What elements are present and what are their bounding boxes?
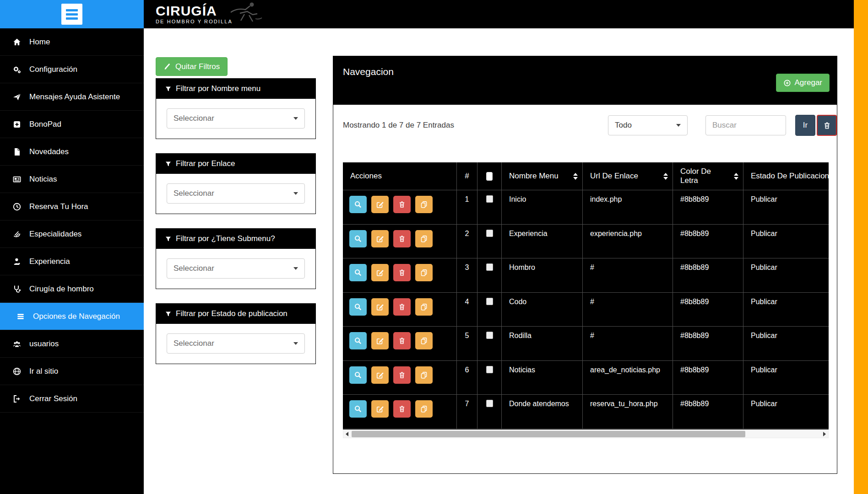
scroll-left-arrow[interactable] — [343, 430, 351, 438]
table-row: 7 Donde atendemos reserva_tu_hora.php #8… — [343, 395, 829, 429]
column-url-enlace[interactable]: Url De Enlace — [583, 162, 673, 190]
sidebar-item-opciones-de-navegacion[interactable]: Opciones de Navegación — [0, 303, 144, 330]
edit-button[interactable] — [371, 366, 389, 384]
column-select-all — [477, 162, 502, 190]
copy-icon — [420, 405, 428, 413]
filter-panel-tiene-submenu: Filtrar por ¿Tiene Submenu? Seleccionar — [156, 228, 316, 289]
view-button[interactable] — [349, 230, 367, 247]
row-checkbox[interactable] — [486, 195, 493, 203]
edit-button[interactable] — [371, 400, 389, 418]
horizontal-scrollbar[interactable] — [343, 430, 829, 438]
view-button[interactable] — [349, 366, 367, 384]
copy-button[interactable] — [415, 400, 433, 418]
sidebar-item-mensajes-ayuda-asistente[interactable]: Mensajes Ayuda Asistente — [0, 83, 144, 111]
runner-logo-graphic — [226, 0, 266, 24]
sidebar-item-usuarios[interactable]: usuarios — [0, 330, 144, 358]
cell-estado-publicacion: Publicar — [743, 190, 829, 224]
view-button[interactable] — [349, 264, 367, 281]
select-value: Seleccionar — [174, 264, 214, 273]
copy-icon — [420, 337, 428, 345]
copy-button[interactable] — [415, 332, 433, 349]
column-estado-publicacion[interactable]: Estado De Publicacion — [743, 162, 829, 190]
edit-button[interactable] — [371, 264, 389, 281]
scroll-right-arrow[interactable] — [821, 430, 828, 438]
copy-button[interactable] — [415, 264, 433, 281]
edit-button[interactable] — [371, 230, 389, 247]
sidebar-item-configuracion[interactable]: Configuración — [0, 56, 144, 83]
stethoscope-icon — [12, 285, 22, 294]
row-checkbox[interactable] — [486, 332, 493, 339]
delete-button[interactable] — [393, 400, 411, 418]
trash-icon — [398, 235, 406, 243]
copy-button[interactable] — [415, 298, 433, 316]
filter-enlace-select[interactable]: Seleccionar — [167, 183, 305, 204]
edit-icon — [376, 200, 384, 209]
caret-down-icon — [293, 117, 298, 120]
view-button[interactable] — [349, 400, 367, 418]
sidebar-item-experiencia[interactable]: Experiencia — [0, 248, 144, 275]
sidebar-item-home[interactable]: Home — [0, 28, 144, 56]
topbar: CIRUGÍA DE HOMBRO Y RODILLA — [144, 0, 854, 28]
column-nombre-menu[interactable]: Nombre Menu — [502, 162, 583, 190]
users-icon — [12, 339, 22, 349]
column-color-letra[interactable]: Color De Letra — [673, 162, 743, 190]
menu-toggle-button[interactable] — [61, 4, 82, 25]
row-checkbox[interactable] — [486, 400, 493, 407]
edit-button[interactable] — [371, 332, 389, 349]
filter-panel-header: Filtrar por ¿Tiene Submenu? — [156, 229, 315, 249]
sidebar-item-reserva-tu-hora[interactable]: Reserva Tu Hora — [0, 193, 144, 220]
copy-button[interactable] — [415, 230, 433, 247]
newspaper-icon — [12, 175, 22, 184]
row-checkbox[interactable] — [486, 263, 493, 271]
add-button[interactable]: Agregar — [776, 74, 830, 92]
copy-button[interactable] — [415, 366, 433, 384]
table-row: 1 Inicio index.php #8b8b89 Publicar — [343, 190, 829, 225]
sidebar-item-cerrar-sesion[interactable]: Cerrar Sesión — [0, 385, 144, 413]
sidebar-item-noticias[interactable]: Noticias — [0, 166, 144, 193]
bulk-delete-button[interactable] — [817, 115, 837, 136]
doctor-icon — [12, 257, 22, 266]
trash-icon — [398, 303, 406, 311]
view-button[interactable] — [349, 332, 367, 349]
filter-estado-publicacion-select[interactable]: Seleccionar — [167, 333, 305, 354]
delete-button[interactable] — [393, 332, 411, 349]
copy-button[interactable] — [415, 196, 433, 213]
delete-button[interactable] — [393, 196, 411, 213]
sidebar-item-novedades[interactable]: Novedades — [0, 138, 144, 166]
copy-icon — [420, 268, 428, 277]
sidebar-item-cirugia-de-hombro[interactable]: Cirugía de hombro — [0, 275, 144, 303]
sidebar-item-especialidades[interactable]: Especialidades — [0, 220, 144, 248]
delete-button[interactable] — [393, 298, 411, 316]
edit-button[interactable] — [371, 196, 389, 213]
delete-button[interactable] — [393, 366, 411, 384]
page-title: Navegacion — [343, 66, 394, 77]
delete-button[interactable] — [393, 230, 411, 247]
delete-button[interactable] — [393, 264, 411, 281]
cell-nombre-menu: Rodilla — [502, 327, 583, 360]
table-row: 6 Noticias area_de_noticias.php #8b8b89 … — [343, 361, 829, 395]
edit-button[interactable] — [371, 298, 389, 316]
view-button[interactable] — [349, 298, 367, 316]
view-button[interactable] — [349, 196, 367, 213]
select-all-checkbox[interactable] — [486, 172, 493, 181]
sidebar-item-label: Cirugía de hombro — [29, 285, 94, 294]
scrollbar-thumb[interactable] — [352, 431, 745, 437]
sidebar-item-bonopad[interactable]: BonoPad — [0, 111, 144, 138]
copy-icon — [420, 371, 428, 379]
sidebar-item-ir-al-sitio[interactable]: Ir al sitio — [0, 358, 144, 385]
clear-filters-button[interactable]: Quitar Filtros — [156, 57, 228, 76]
row-checkbox[interactable] — [486, 366, 493, 373]
scrollbar-track[interactable] — [351, 430, 821, 438]
cell-estado-publicacion: Publicar — [743, 293, 829, 327]
row-checkbox[interactable] — [486, 230, 493, 237]
filter-tiene-submenu-select[interactable]: Seleccionar — [167, 258, 305, 279]
filter-panel-enlace: Filtrar por Enlace Seleccionar — [156, 153, 316, 214]
cell-nombre-menu: Experiencia — [502, 225, 583, 258]
row-checkbox[interactable] — [486, 298, 493, 305]
search-icon — [354, 303, 362, 311]
filter-nombre-menu-select[interactable]: Seleccionar — [167, 108, 305, 129]
go-button[interactable]: Ir — [795, 115, 815, 136]
search-input[interactable] — [705, 115, 786, 135]
navegacion-panel: Navegacion Agregar Mostrando 1 de 7 de 7… — [333, 56, 837, 474]
page-length-select[interactable]: Todo — [608, 115, 688, 135]
